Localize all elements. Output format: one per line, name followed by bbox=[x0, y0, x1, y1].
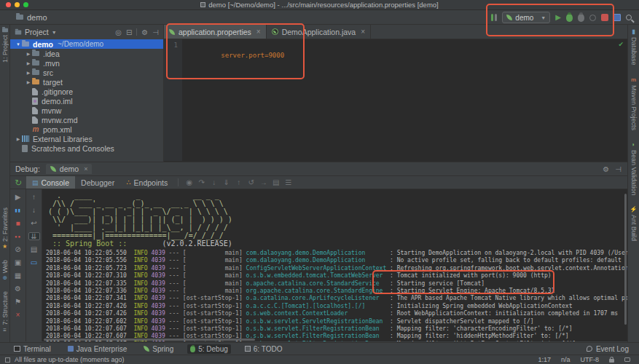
sidebar-item-2-favorites[interactable]: 2: Favorites★ bbox=[1, 207, 9, 250]
gear-icon[interactable]: ⚙ bbox=[603, 165, 609, 173]
tab-debugger[interactable]: Debugger bbox=[75, 176, 120, 189]
toolwindow-terminal[interactable]: Terminal bbox=[11, 344, 54, 354]
jump-to-bottom-icon[interactable]: ↓ bbox=[28, 206, 40, 214]
project-panel-title[interactable]: Project bbox=[25, 28, 49, 36]
tab-console[interactable]: ▤Console bbox=[26, 176, 75, 189]
close-icon[interactable]: × bbox=[12, 311, 24, 319]
console-output[interactable]: . ____ _ __ _ _ /\\ / ___'_ __ _ _(_)_ _… bbox=[42, 189, 627, 341]
breadcrumb[interactable]: demo bbox=[16, 13, 47, 22]
debug-session-tab[interactable]: demo × bbox=[46, 164, 93, 174]
screenshot-icon[interactable]: ▣ bbox=[12, 258, 24, 266]
debug-button[interactable] bbox=[566, 14, 573, 22]
sidebar-item-maven-projects[interactable]: mMaven Projects bbox=[630, 77, 638, 130]
pin-tab-icon[interactable]: ⚑ bbox=[12, 298, 24, 306]
collapse-all-icon[interactable]: ⊟ bbox=[126, 28, 132, 36]
sidebar-item-project[interactable]: 1: Project bbox=[1, 28, 9, 63]
sidebar-item-bean-validation[interactable]: ◗Bean Validation bbox=[630, 142, 638, 195]
minimize-window-button[interactable] bbox=[15, 2, 20, 7]
sidebar-item-7-structure[interactable]: 7: Structure≡ bbox=[1, 291, 9, 333]
tree-item-idea[interactable]: ▶.idea bbox=[10, 49, 163, 58]
event-log-button[interactable]: Event Log bbox=[587, 345, 629, 353]
locate-file-icon[interactable]: ◎ bbox=[115, 28, 122, 36]
tree-item-mvnw[interactable]: mvnw bbox=[10, 106, 163, 115]
gear-icon[interactable]: ⚙ bbox=[141, 28, 148, 36]
tree-item-target[interactable]: ▶target bbox=[10, 77, 163, 87]
evaluate-expression-icon[interactable]: ▤ bbox=[270, 176, 282, 189]
code-editor[interactable]: server.port=9000 bbox=[183, 39, 284, 161]
stop-process-icon[interactable]: ■ bbox=[12, 219, 24, 227]
resume-program-icon[interactable]: ▶ bbox=[12, 193, 24, 201]
sidebar-item-ant-build[interactable]: ⚡Ant Build bbox=[630, 207, 638, 241]
lock-icon[interactable] bbox=[609, 359, 614, 363]
jump-to-top-icon[interactable]: ↑ bbox=[28, 193, 40, 201]
close-tab-icon[interactable]: × bbox=[256, 28, 261, 36]
toolwindow-toggle-icon[interactable] bbox=[5, 357, 10, 363]
search-everywhere-icon[interactable] bbox=[626, 15, 632, 20]
tree-item-scratches-and-consoles[interactable]: Scratches and Consoles bbox=[10, 143, 163, 153]
file-encoding[interactable]: UTF-8 bbox=[581, 356, 600, 363]
tree-item-mvn[interactable]: ▶.mvn bbox=[10, 58, 163, 68]
tree-toggle-icon[interactable]: ▶ bbox=[25, 60, 32, 66]
toolwindow-spring[interactable]: Spring bbox=[141, 344, 176, 354]
log-line: 2018-06-04 10:22:07.607 INFO 4039 --- [o… bbox=[46, 341, 627, 341]
step-over-icon[interactable]: ↷ bbox=[195, 176, 208, 189]
hide-panel-icon[interactable]: ⊣ bbox=[615, 165, 622, 173]
step-out-icon[interactable]: ↑ bbox=[232, 176, 245, 189]
run-with-coverage-button[interactable] bbox=[578, 14, 584, 22]
close-session-icon[interactable]: × bbox=[84, 165, 87, 173]
sidebar-item-web[interactable]: Web⊕ bbox=[1, 260, 9, 281]
close-window-button[interactable] bbox=[6, 2, 11, 7]
mute-breakpoints-icon[interactable]: ⊘ bbox=[12, 245, 24, 253]
tree-toggle-icon[interactable]: ▼ bbox=[15, 42, 22, 47]
settings-gear-icon[interactable]: ⚙ bbox=[12, 285, 24, 293]
toolbar-toggle-icon[interactable] bbox=[491, 14, 497, 21]
run-configuration-select[interactable]: demo ▼ bbox=[502, 12, 550, 23]
view-breakpoints-icon[interactable]: ●● bbox=[12, 232, 24, 240]
tree-toggle-icon[interactable]: ▶ bbox=[15, 136, 22, 141]
toolwindow-java-enterprise[interactable]: Java Enterprise bbox=[65, 344, 130, 354]
drop-frame-icon[interactable]: ↺ bbox=[245, 176, 257, 189]
tab-application-properties[interactable]: application.properties× bbox=[164, 25, 267, 39]
tree-item-external-libraries[interactable]: ▶External Libraries bbox=[10, 134, 163, 143]
restore-layout-icon[interactable]: ▦ bbox=[12, 272, 24, 280]
tree-item-demo[interactable]: ▼demo~/Demo/demo bbox=[10, 39, 163, 49]
tree-toggle-icon[interactable]: ▶ bbox=[25, 70, 32, 75]
tree-item-demo-iml[interactable]: demo.iml bbox=[10, 96, 163, 106]
run-button[interactable]: ▶ bbox=[555, 14, 561, 21]
layout-settings-icon[interactable]: ☰ bbox=[282, 176, 294, 189]
clear-all-icon[interactable]: ▭ bbox=[28, 258, 40, 266]
step-into-icon[interactable]: ↓ bbox=[208, 176, 220, 189]
project-structure-button[interactable] bbox=[613, 14, 621, 21]
pause-program-icon[interactable]: ▮▮ bbox=[12, 206, 24, 214]
chevron-down-icon[interactable]: ▼ bbox=[52, 30, 57, 35]
stop-button[interactable] bbox=[601, 14, 608, 21]
run-to-cursor-icon[interactable]: → bbox=[257, 176, 270, 189]
tab-demoapplication-java[interactable]: DemoApplication.java× bbox=[267, 25, 371, 39]
tree-item-mvnw-cmd[interactable]: mvnw.cmd bbox=[10, 115, 163, 124]
highlighting-level-icon[interactable] bbox=[624, 357, 630, 362]
sidebar-item-database[interactable]: ▮Database bbox=[630, 29, 638, 66]
zoom-window-button[interactable] bbox=[23, 2, 28, 7]
toolwindow-5-debug[interactable]: 5: Debug bbox=[187, 344, 231, 354]
caret-position[interactable]: 1:17 bbox=[538, 356, 551, 363]
rerun-icon[interactable]: ↻ bbox=[10, 176, 26, 189]
tree-item-gitignore[interactable]: .gitignore bbox=[10, 87, 163, 96]
maven-icon: m bbox=[32, 125, 39, 133]
close-tab-icon[interactable]: × bbox=[361, 28, 365, 36]
show-execution-point-icon[interactable]: ◉ bbox=[183, 176, 195, 189]
tree-item-src[interactable]: ▶src bbox=[10, 68, 163, 77]
print-icon[interactable]: ▤ bbox=[28, 245, 40, 253]
tab-endpoints[interactable]: ∴Endpoints bbox=[120, 176, 173, 189]
profiler-button[interactable] bbox=[589, 15, 596, 21]
force-step-into-icon[interactable]: ⇓ bbox=[220, 176, 232, 189]
tree-toggle-icon[interactable]: ▶ bbox=[25, 51, 32, 56]
toolwindow-6-todo[interactable]: 6: TODO bbox=[242, 344, 286, 354]
scroll-to-end-icon[interactable]: ⇊ bbox=[28, 232, 40, 240]
hide-panel-icon[interactable]: ⊣ bbox=[152, 28, 159, 36]
vertical-scrollbar[interactable] bbox=[624, 194, 627, 325]
line-separator[interactable]: n/a bbox=[561, 356, 571, 363]
horizontal-scrollbar[interactable] bbox=[44, 339, 255, 341]
tree-item-pom-xml[interactable]: mpom.xml bbox=[10, 124, 163, 134]
tree-toggle-icon[interactable]: ▶ bbox=[25, 79, 32, 84]
use-soft-wraps-icon[interactable]: ↩ bbox=[28, 219, 40, 227]
